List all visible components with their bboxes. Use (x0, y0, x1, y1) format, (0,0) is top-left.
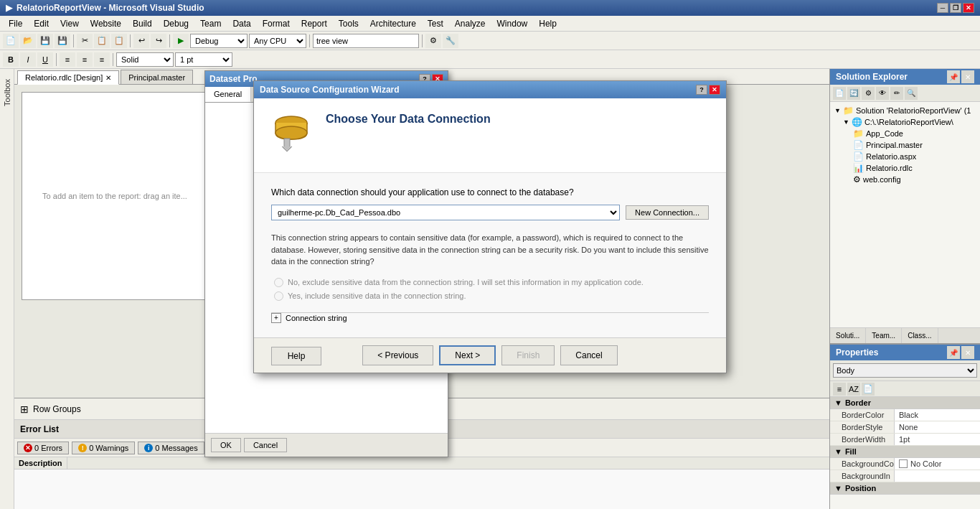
cut-btn[interactable]: ✂ (77, 34, 93, 48)
se-properties-btn[interactable]: ⚙ (862, 87, 875, 100)
tree-principal-master[interactable]: 📄 Principal.master (833, 139, 977, 151)
wizard-connection-string-row[interactable]: + Connection string (271, 313, 709, 323)
tree-web-config[interactable]: ⚙ web.config (833, 174, 977, 185)
search-input[interactable] (313, 34, 419, 48)
menu-website[interactable]: Website (85, 17, 127, 30)
error-tab-warnings[interactable]: ! 0 Warnings (72, 442, 135, 454)
italic-btn[interactable]: I (20, 52, 36, 67)
menu-format[interactable]: Format (257, 17, 296, 30)
save-btn[interactable]: 💾 (37, 34, 53, 48)
props-section-border-label: Border (845, 398, 871, 407)
undo-btn[interactable]: ↩ (133, 34, 149, 48)
tree-app-code[interactable]: 📁 App_Code (833, 128, 977, 139)
tab-relatorio-close[interactable]: ✕ (105, 74, 111, 82)
tree-solution[interactable]: ▼ 📁 Solution 'RelatorioReportView' (1 (833, 105, 977, 116)
se-designer-btn[interactable]: ✏ (890, 87, 903, 100)
restore-button[interactable]: ❐ (950, 3, 961, 13)
se-view-btn[interactable]: 👁 (876, 87, 889, 100)
border-style-select[interactable]: Solid Dashed (116, 52, 174, 67)
props-value-bg-color[interactable]: No Color (895, 458, 980, 470)
wizard-previous-btn[interactable]: < Previous (362, 345, 433, 365)
wizard-close-btn[interactable]: ✕ (709, 85, 720, 95)
wizard-help-btn[interactable]: ? (696, 85, 707, 95)
debug-config-select[interactable]: Debug Release (190, 34, 248, 48)
wizard-cancel-btn[interactable]: Cancel (560, 345, 617, 365)
se-new-file-btn[interactable]: 📄 (833, 87, 846, 100)
wizard-new-connection-btn[interactable]: New Connection... (626, 205, 709, 220)
misc-btn2[interactable]: 🔧 (443, 34, 458, 48)
error-tab-errors-label: 0 Errors (34, 444, 62, 452)
props-value-border-style[interactable]: None (895, 421, 980, 433)
se-tab-team[interactable]: Team... (866, 328, 902, 343)
menu-tools[interactable]: Tools (333, 17, 364, 30)
props-alphabetical-btn[interactable]: AZ (847, 383, 860, 396)
menu-edit[interactable]: Edit (28, 17, 55, 30)
dataset-ok-btn[interactable]: OK (211, 438, 241, 452)
wizard-connection-select[interactable]: guilherme-pc.Db_Cad_Pessoa.dbo (271, 205, 620, 220)
props-categorized-btn[interactable]: ≡ (833, 383, 846, 396)
tab-relatorio[interactable]: Relatorio.rdlc [Design] ✕ (17, 70, 119, 85)
se-pin-btn[interactable]: 📌 (947, 70, 960, 83)
menu-window[interactable]: Window (491, 17, 534, 30)
radio-yes-input[interactable] (274, 291, 283, 301)
close-button[interactable]: ✕ (963, 3, 974, 13)
props-close-btn[interactable]: ✕ (961, 346, 974, 359)
se-close-btn[interactable]: ✕ (961, 70, 974, 83)
menu-analyze[interactable]: Analyze (449, 17, 491, 30)
wizard-radio-yes[interactable]: Yes, include sensitive data in the conne… (274, 291, 709, 301)
relatorio-aspx-label: Relatorio.aspx (866, 152, 916, 161)
error-tab-errors[interactable]: ✕ 0 Errors (17, 442, 69, 454)
properties-object-select[interactable]: Body (833, 363, 977, 378)
new-project-btn[interactable]: 📄 (3, 34, 19, 48)
bold-btn[interactable]: B (3, 52, 19, 67)
tree-relatorio-rdlc[interactable]: 📊 Relatorio.rdlc (833, 162, 977, 174)
paste-btn[interactable]: 📋 (111, 34, 127, 48)
wizard-finish-btn[interactable]: Finish (501, 345, 555, 365)
menu-data[interactable]: Data (227, 17, 256, 30)
platform-select[interactable]: Any CPU (249, 34, 306, 48)
wizard-help-footer-btn[interactable]: Help (271, 347, 321, 365)
menu-debug[interactable]: Debug (158, 17, 194, 30)
open-btn[interactable]: 📂 (20, 34, 36, 48)
misc-btn1[interactable]: ⚙ (425, 34, 441, 48)
menu-file[interactable]: File (3, 17, 28, 30)
wizard-next-btn[interactable]: Next > (439, 345, 496, 365)
wizard-radio-no[interactable]: No, exclude sensitive data from the conn… (274, 278, 709, 287)
props-pin-btn[interactable]: 📌 (947, 346, 960, 359)
props-value-bg-image[interactable] (895, 470, 980, 482)
props-pages-btn[interactable]: 📄 (862, 383, 875, 396)
tree-project[interactable]: ▼ 🌐 C:\.\RelatorioReportView\ (833, 116, 977, 128)
se-filter-btn[interactable]: 🔍 (905, 87, 918, 100)
tab-principal[interactable]: Principal.master (121, 70, 193, 84)
props-row-bg-image: BackgroundIn (830, 470, 980, 482)
save-all-btn[interactable]: 💾 (55, 34, 70, 48)
menu-test[interactable]: Test (422, 17, 449, 30)
props-value-border-width[interactable]: 1pt (895, 434, 980, 445)
align-right-btn[interactable]: ≡ (94, 52, 110, 67)
menu-help[interactable]: Help (533, 17, 562, 30)
menu-view[interactable]: View (55, 17, 85, 30)
align-left-btn[interactable]: ≡ (60, 52, 75, 67)
props-value-border-color[interactable]: Black (895, 409, 980, 421)
connection-string-expand-icon[interactable]: + (271, 313, 281, 323)
menu-report[interactable]: Report (296, 17, 333, 30)
underline-btn[interactable]: U (37, 52, 53, 67)
tree-relatorio-aspx[interactable]: 📄 Relatorio.aspx (833, 151, 977, 162)
se-tab-solution[interactable]: Soluti... (830, 328, 866, 343)
radio-no-input[interactable] (274, 278, 283, 287)
menu-architecture[interactable]: Architecture (364, 17, 422, 30)
dataset-cancel-btn[interactable]: Cancel (244, 438, 287, 452)
start-btn[interactable]: ▶ (173, 34, 189, 48)
dataset-tab-general[interactable]: General (205, 87, 251, 102)
copy-btn[interactable]: 📋 (94, 34, 110, 48)
menu-team[interactable]: Team (194, 17, 227, 30)
title-bar-controls[interactable]: ─ ❐ ✕ (937, 3, 974, 13)
se-tab-class[interactable]: Class... (902, 328, 938, 343)
align-center-btn[interactable]: ≡ (77, 52, 93, 67)
error-tab-messages[interactable]: i 0 Messages (138, 442, 204, 454)
se-refresh-btn[interactable]: 🔄 (847, 87, 860, 100)
redo-btn[interactable]: ↪ (151, 34, 166, 48)
border-width-select[interactable]: 1 pt 2 pt (175, 52, 232, 67)
minimize-button[interactable]: ─ (937, 3, 948, 13)
menu-build[interactable]: Build (127, 17, 158, 30)
